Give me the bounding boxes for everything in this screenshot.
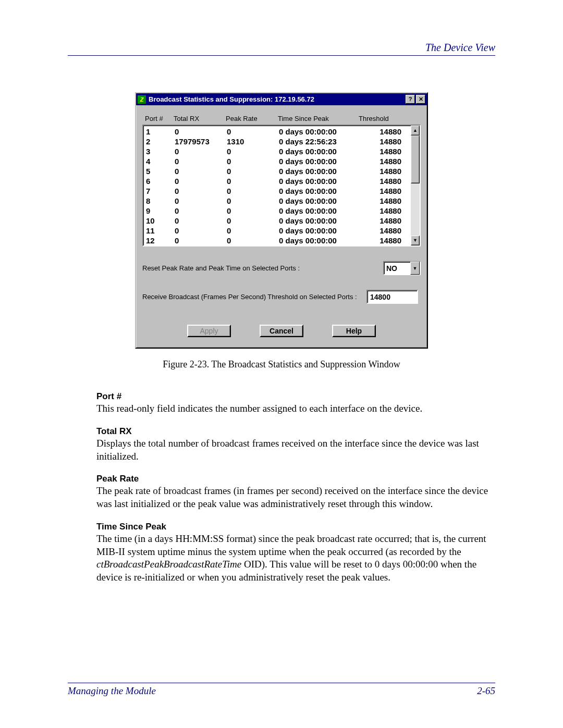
table-row[interactable]: 6000 days 00:00:0014880 bbox=[146, 176, 420, 186]
col-port: Port # bbox=[145, 115, 174, 122]
threshold-label: Receive Broadcast (Frames Per Second) Th… bbox=[142, 293, 366, 301]
col-threshold: Threshold bbox=[359, 115, 400, 122]
table-row[interactable]: 8000 days 00:00:0014880 bbox=[146, 196, 420, 206]
reset-peak-combo[interactable]: NO ▼ bbox=[383, 261, 421, 275]
table-row[interactable]: 4000 days 00:00:0014880 bbox=[146, 156, 420, 166]
table-row[interactable]: 11000 days 00:00:0014880 bbox=[146, 226, 420, 236]
table-row[interactable]: 9000 days 00:00:0014880 bbox=[146, 206, 420, 216]
col-time: Time Since Peak bbox=[278, 115, 359, 122]
footer-page: 2-65 bbox=[477, 685, 495, 697]
timesince-desc: The time (in a days HH:MM:SS format) sin… bbox=[96, 533, 495, 584]
footer-left: Managing the Module bbox=[68, 685, 156, 697]
peakrate-heading: Peak Rate bbox=[96, 473, 495, 485]
port-heading: Port # bbox=[96, 391, 495, 402]
titlebar[interactable]: Z Broadcast Statistics and Suppression: … bbox=[136, 93, 427, 105]
reset-peak-label: Reset Peak Rate and Peak Time on Selecte… bbox=[142, 264, 383, 272]
scroll-thumb[interactable] bbox=[411, 135, 420, 183]
apply-button[interactable]: Apply bbox=[187, 325, 231, 337]
table-row[interactable]: 7000 days 00:00:0014880 bbox=[146, 186, 420, 196]
column-headers: Port # Total RX Peak Rate Time Since Pea… bbox=[142, 115, 421, 122]
table-row[interactable]: 12000 days 00:00:0014880 bbox=[146, 236, 420, 245]
oid-name: ctBroadcastPeakBroadcastRateTime bbox=[96, 559, 241, 570]
ports-listbox[interactable]: 1000 days 00:00:001488021797957313100 da… bbox=[142, 125, 421, 246]
app-icon: Z bbox=[138, 95, 146, 104]
col-peak: Peak Rate bbox=[226, 115, 278, 122]
table-row[interactable]: 21797957313100 days 22:56:2314880 bbox=[146, 137, 420, 146]
cancel-button[interactable]: Cancel bbox=[260, 325, 303, 337]
table-row[interactable]: 1000 days 00:00:0014880 bbox=[146, 127, 420, 137]
figure-caption: Figure 2-23. The Broadcast Statistics an… bbox=[68, 359, 495, 370]
chevron-down-icon[interactable]: ▼ bbox=[410, 262, 420, 275]
window-title: Broadcast Statistics and Suppression: 17… bbox=[149, 95, 406, 103]
help-icon[interactable]: ? bbox=[406, 95, 415, 104]
table-row[interactable]: 10000 days 00:00:0014880 bbox=[146, 216, 420, 226]
help-button[interactable]: Help bbox=[332, 325, 376, 337]
table-row[interactable]: 3000 days 00:00:0014880 bbox=[146, 146, 420, 156]
totalrx-heading: Total RX bbox=[96, 426, 495, 437]
col-total: Total RX bbox=[174, 115, 226, 122]
scroll-up-icon[interactable]: ▲ bbox=[411, 126, 420, 135]
reset-peak-value: NO bbox=[384, 264, 410, 273]
section-header: The Device View bbox=[68, 42, 495, 54]
table-row[interactable]: 5000 days 00:00:0014880 bbox=[146, 166, 420, 176]
peakrate-desc: The peak rate of broadcast frames (in fr… bbox=[96, 485, 495, 510]
close-icon[interactable]: ✕ bbox=[416, 95, 425, 104]
broadcast-stats-dialog: Z Broadcast Statistics and Suppression: … bbox=[135, 92, 428, 349]
scroll-down-icon[interactable]: ▼ bbox=[411, 236, 420, 245]
timesince-heading: Time Since Peak bbox=[96, 521, 495, 533]
totalrx-desc: Displays the total number of broadcast f… bbox=[96, 437, 495, 463]
port-desc: This read-only field indicates the numbe… bbox=[96, 402, 495, 415]
threshold-input[interactable]: 14800 bbox=[366, 290, 418, 304]
scrollbar[interactable]: ▲ ▼ bbox=[411, 126, 420, 245]
